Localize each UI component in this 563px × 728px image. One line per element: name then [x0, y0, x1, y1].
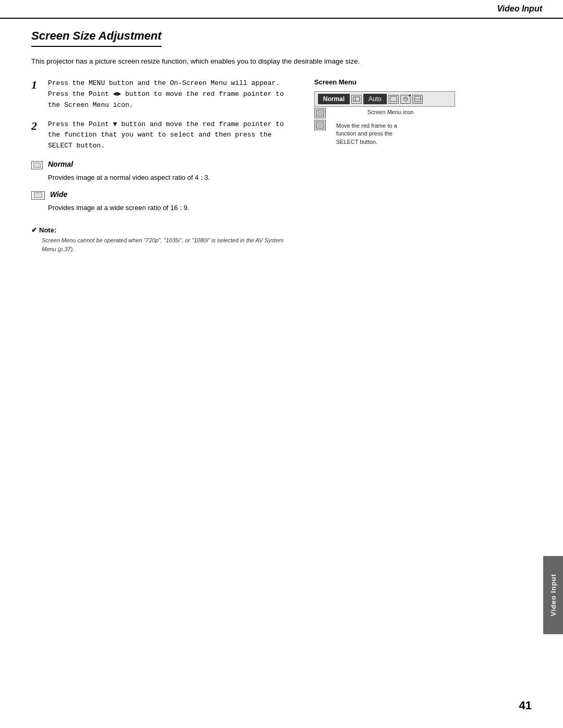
- menu-bar: Normal Auto: [314, 91, 455, 107]
- annotations: Screen Menu icon Move the red frame to a…: [336, 108, 414, 146]
- svg-rect-7: [317, 111, 323, 115]
- step-1-number: 1: [31, 78, 42, 92]
- menu-icon-1: [388, 95, 399, 104]
- step-2-text: Press the Point ▼ button and move the re…: [48, 119, 299, 152]
- normal-label: Normal: [48, 160, 73, 168]
- wide-label: Wide: [50, 190, 67, 199]
- wide-icon: [31, 191, 45, 200]
- svg-rect-0: [353, 97, 360, 101]
- step-1-text: Press the MENU button and the On-Screen …: [48, 78, 299, 110]
- intro-text: This projector has a picture screen resi…: [31, 56, 537, 67]
- step-2-number: 2: [31, 119, 42, 133]
- wide-desc: Provides image at a wide screen ratio of…: [48, 203, 299, 213]
- normal-icon: [31, 161, 43, 169]
- step-2: 2 Press the Point ▼ button and move the …: [31, 119, 299, 152]
- svg-rect-2: [390, 96, 397, 102]
- wide-item: Wide: [31, 190, 299, 200]
- svg-rect-9: [317, 123, 323, 127]
- menu-icon-3: [412, 95, 423, 104]
- header-title: Video Input: [497, 4, 542, 14]
- note-title: Note:: [31, 226, 299, 234]
- move-label: Move the red frame to a function and pre…: [336, 122, 414, 146]
- note-section: Note: Screen Menu cannot be operated whe…: [31, 223, 299, 253]
- check-mark: ✓: [408, 93, 412, 98]
- screen-menu-label: Screen Menu: [314, 78, 537, 86]
- right-sidebar: Video Input: [543, 556, 563, 634]
- menu-icon-checked: ✓: [400, 95, 411, 104]
- side-box-2: [314, 120, 326, 130]
- menu-normal: Normal: [318, 94, 350, 104]
- top-header: Video Input: [0, 0, 563, 19]
- page-title: Screen Size Adjustment: [31, 29, 162, 47]
- below-menu: Screen Menu icon Move the red frame to a…: [314, 108, 537, 146]
- normal-desc: Provides image at a normal video aspect …: [48, 172, 299, 183]
- sidebar-text: Video Input: [549, 574, 557, 616]
- normal-item: Normal: [31, 160, 299, 169]
- step-1: 1 Press the MENU button and the On-Scree…: [31, 78, 299, 110]
- side-icons: [314, 108, 326, 130]
- icon-label: Screen Menu icon: [368, 108, 414, 117]
- menu-auto: Auto: [363, 94, 387, 104]
- two-col-layout: 1 Press the MENU button and the On-Scree…: [31, 78, 537, 253]
- page-number: 41: [519, 699, 532, 712]
- left-col: 1 Press the MENU button and the On-Scree…: [31, 78, 299, 253]
- menu-diagram: Normal Auto: [314, 91, 537, 146]
- note-text: Screen Menu cannot be operated when "720…: [42, 236, 299, 253]
- right-col: Screen Menu Normal Auto: [314, 78, 537, 253]
- menu-arrow-icon: [351, 95, 362, 104]
- main-content: Screen Size Adjustment This projector ha…: [0, 29, 563, 253]
- side-box-1: [314, 108, 326, 118]
